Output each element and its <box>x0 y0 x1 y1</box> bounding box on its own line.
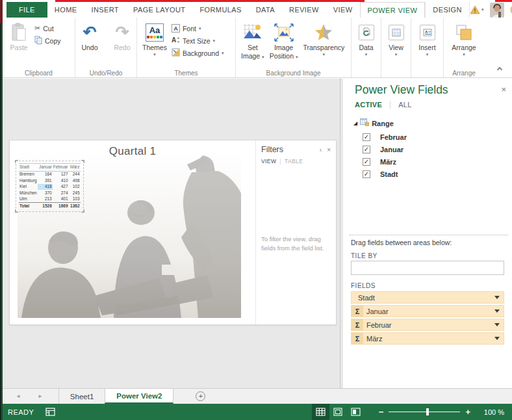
report-table[interactable]: Stadt Januar Februar März Bremen 164 127… <box>16 161 84 212</box>
checkbox-checked[interactable]: ✓ <box>363 170 370 178</box>
column-header[interactable]: Stadt <box>19 164 38 172</box>
cell[interactable]: 1362 <box>69 203 81 209</box>
cell[interactable]: 370 <box>38 190 53 196</box>
cut-button[interactable]: ✂ Cut <box>32 22 63 34</box>
column-header[interactable]: Februar <box>53 164 69 172</box>
selection-handle[interactable] <box>15 160 18 163</box>
selection-handle[interactable] <box>81 160 84 163</box>
cell[interactable]: 244 <box>69 171 81 177</box>
cell[interactable]: 498 <box>69 177 81 184</box>
sheet-nav-right-icon[interactable]: ► <box>38 393 43 399</box>
field-chip[interactable]: Σ Januar <box>351 305 504 317</box>
tab-formulas[interactable]: FORMULAS <box>192 2 248 18</box>
notification-warning-button[interactable]: ▾ <box>470 5 484 14</box>
close-panel-icon[interactable]: × <box>501 85 506 94</box>
zoom-level[interactable]: 100 % <box>480 408 504 416</box>
cell[interactable]: Hamburg <box>19 177 38 184</box>
cell[interactable]: 410 <box>53 177 69 184</box>
column-header[interactable]: März <box>69 164 81 172</box>
page-layout-view-button[interactable] <box>329 404 347 420</box>
selection-handle[interactable] <box>15 209 18 213</box>
sheet-tab-power-view2[interactable]: Power View2 <box>105 389 173 404</box>
field-chip[interactable]: Σ Februar <box>351 319 504 331</box>
tab-power-view[interactable]: POWER VIEW <box>360 2 426 18</box>
cell[interactable]: München <box>19 190 38 196</box>
font-button[interactable]: A Font ▾ <box>170 22 226 34</box>
tab-home[interactable]: HOME <box>47 2 84 18</box>
caret-down-icon[interactable] <box>494 296 500 299</box>
zoom-out-button[interactable]: − <box>379 407 384 417</box>
set-image-button[interactable]: Set Image ▾ <box>238 20 267 60</box>
new-sheet-button[interactable]: + <box>196 389 205 404</box>
transparency-button[interactable]: Transparency ▾ <box>300 20 347 57</box>
user-avatar[interactable] <box>490 3 504 18</box>
cell[interactable]: 1669 <box>53 203 69 209</box>
cell[interactable]: 245 <box>69 190 81 196</box>
checkbox-checked[interactable]: ✓ <box>363 158 370 166</box>
undo-button[interactable]: ↶ Undo <box>76 20 103 52</box>
cell[interactable]: 103 <box>69 196 81 203</box>
filters-tab-table[interactable]: TABLE <box>285 158 303 164</box>
tab-design[interactable]: DESIGN <box>425 2 470 18</box>
cell[interactable]: 164 <box>38 171 53 177</box>
paste-button[interactable]: Paste <box>5 20 32 52</box>
caret-down-icon[interactable] <box>494 309 500 313</box>
sheet-tab-sheet1[interactable]: Sheet1 <box>58 389 105 404</box>
zoom-slider-thumb[interactable] <box>426 408 429 415</box>
redo-button[interactable]: ↷ Redo <box>109 20 136 52</box>
collapse-ribbon-button[interactable] <box>498 66 503 72</box>
field-chip[interactable]: Σ März <box>351 332 504 345</box>
close-filters-icon[interactable]: × <box>327 146 331 153</box>
normal-view-button[interactable] <box>312 404 329 420</box>
field-label[interactable]: März <box>380 158 396 166</box>
tab-page-layout[interactable]: PAGE LAYOUT <box>126 2 192 18</box>
field-label[interactable]: Februar <box>380 133 407 141</box>
themes-button[interactable]: Aa Themes ▾ <box>140 20 170 57</box>
copy-button[interactable]: Copy <box>32 34 63 47</box>
tab-data[interactable]: DATA <box>249 2 282 18</box>
column-header[interactable]: Januar <box>38 164 53 172</box>
cell[interactable]: Kiel <box>19 184 38 190</box>
collapse-filters-icon[interactable]: ‹ <box>320 146 322 153</box>
background-button[interactable]: Background ▾ <box>170 47 226 59</box>
cell[interactable]: Total <box>19 203 38 209</box>
sheet-nav-left-icon[interactable]: ◄ <box>16 393 21 399</box>
cell[interactable]: Ulm <box>19 196 38 203</box>
caret-down-icon[interactable] <box>494 323 500 326</box>
data-group-button[interactable]: Data ▾ <box>353 20 380 57</box>
image-position-button[interactable]: Image Position ▾ <box>267 20 301 60</box>
cell[interactable]: 213 <box>38 196 53 203</box>
tab-active-fields[interactable]: ACTIVE <box>355 101 382 109</box>
cell[interactable]: Bremen <box>19 171 38 177</box>
checkbox-checked[interactable]: ✓ <box>363 133 370 141</box>
view-group-button[interactable]: View ▾ <box>383 20 410 57</box>
report-title[interactable]: Quartal 1 <box>10 145 255 158</box>
field-chip[interactable]: Stadt <box>351 291 504 304</box>
tab-file[interactable]: FILE <box>6 2 47 18</box>
selection-handle[interactable] <box>81 209 84 213</box>
cell[interactable]: 102 <box>69 184 81 190</box>
tab-all-fields[interactable]: ALL <box>398 101 411 109</box>
field-label[interactable]: Januar <box>380 146 403 153</box>
cell[interactable]: 274 <box>53 190 69 196</box>
cell[interactable]: 401 <box>53 196 69 203</box>
text-size-button[interactable]: A Text Size ▾ <box>170 34 226 47</box>
arrange-button[interactable]: Arrange ▾ <box>449 20 478 57</box>
caret-down-icon[interactable] <box>494 337 500 340</box>
table-tree-node[interactable]: ◢ Range <box>353 118 394 129</box>
filters-tab-view[interactable]: VIEW <box>261 158 276 164</box>
power-view-canvas[interactable]: Quartal 1 Stadt Januar Februar März <box>9 140 337 325</box>
macro-record-icon[interactable] <box>45 408 56 416</box>
cell[interactable]: 427 <box>53 184 69 190</box>
cell-highlighted[interactable]: 418 <box>38 184 53 190</box>
cell[interactable]: 127 <box>53 171 69 177</box>
checkbox-checked[interactable]: ✓ <box>363 146 370 153</box>
tab-review[interactable]: REVIEW <box>282 2 326 18</box>
tab-insert[interactable]: INSERT <box>84 2 126 18</box>
cell[interactable]: 391 <box>38 177 53 184</box>
zoom-slider[interactable] <box>389 408 460 415</box>
cell[interactable]: 1526 <box>38 203 53 209</box>
field-label[interactable]: Stadt <box>380 170 398 178</box>
expander-icon[interactable]: ◢ <box>353 121 357 126</box>
tile-by-dropzone[interactable] <box>351 261 504 275</box>
